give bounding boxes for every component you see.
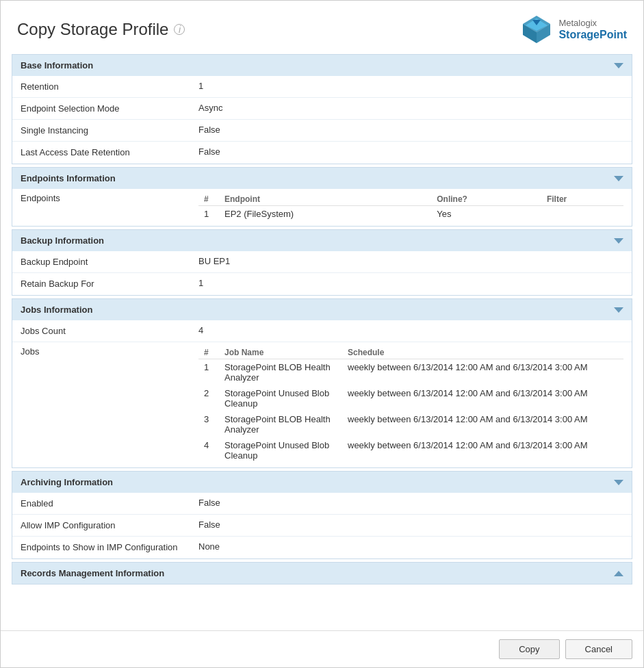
endpoints-table: # Endpoint Online? Filter 1 EP2 (FileSys… [198,193,623,222]
section-title-records-management: Records Management Information [21,568,164,578]
content-area: Base Information Retention 1 Endpoint Se… [1,54,643,630]
job-schedule-3: weekly between 6/13/2014 12:00 AM and 6/… [342,411,623,437]
row-endpoint-selection-mode: Endpoint Selection Mode Async [12,98,632,120]
label-endpoint-selection-mode: Endpoint Selection Mode [21,103,198,114]
jobs-table-area: # Job Name Schedule 1 StoragePoint BLOB … [198,346,623,463]
label-endpoints-show-imp: Endpoints to Show in IMP Configuration [21,541,198,552]
job-name-3: StoragePoint BLOB Health Analyzer [219,411,342,437]
job-name-1: StoragePoint BLOB Health Analyzer [219,359,342,386]
label-single-instancing: Single Instancing [21,125,198,136]
jobs-table: # Job Name Schedule 1 StoragePoint BLOB … [198,346,623,463]
job-name-4: StoragePoint Unused Blob Cleanup [219,437,342,463]
page-container: Copy Storage Profile i Metalogix Storage… [0,0,644,668]
section-header-backup-information[interactable]: Backup Information [12,230,632,251]
chevron-down-icon [614,238,623,244]
row-jobs-count: Jobs Count 4 [12,320,632,342]
section-header-archiving-information[interactable]: Archiving Information [12,472,632,493]
section-body-jobs-information: Jobs Count 4 Jobs # Job Name Schedule [12,320,632,467]
endpoint-row-1: 1 EP2 (FileSystem) Yes [198,206,623,222]
section-archiving-information: Archiving Information Enabled False Allo… [12,471,632,559]
job-row-2: 2 StoragePoint Unused Blob Cleanup weekl… [198,385,623,411]
section-header-endpoints-information[interactable]: Endpoints Information [12,168,632,189]
label-endpoints: Endpoints [21,193,198,203]
row-retention: Retention 1 [12,76,632,98]
cancel-button[interactable]: Cancel [565,639,632,659]
section-endpoints-information: Endpoints Information Endpoints # Endpoi… [12,167,632,227]
job-schedule-2: weekly between 6/13/2014 12:00 AM and 6/… [342,385,623,411]
job-name-2: StoragePoint Unused Blob Cleanup [219,385,342,411]
label-jobs-count: Jobs Count [21,325,198,336]
endpoint-online-1: Yes [431,206,541,222]
value-retain-backup-for: 1 [198,278,623,288]
job-num-4: 4 [198,437,219,463]
section-base-information: Base Information Retention 1 Endpoint Se… [12,54,632,164]
section-body-endpoints-information: Endpoints # Endpoint Online? Filter [12,189,632,226]
footer: Copy Cancel [1,630,643,667]
label-allow-imp: Allow IMP Configuration [21,519,198,530]
row-retain-backup-for: Retain Backup For 1 [12,273,632,295]
label-jobs: Jobs [21,346,198,357]
endpoints-table-area: # Endpoint Online? Filter 1 EP2 (FileSys… [198,193,623,222]
info-icon[interactable]: i [174,24,185,35]
product-name: StoragePoint [558,28,627,41]
section-title-endpoints-information: Endpoints Information [21,173,116,183]
brand-name: Metalogix [558,18,627,29]
section-jobs-information: Jobs Information Jobs Count 4 Jobs # [12,298,632,468]
value-allow-imp: False [198,519,623,530]
label-last-access-date-retention: Last Access Date Retention [21,146,198,157]
copy-button[interactable]: Copy [499,639,559,659]
section-body-archiving-information: Enabled False Allow IMP Configuration Fa… [12,493,632,558]
section-backup-information: Backup Information Backup Endpoint BU EP… [12,229,632,296]
value-retention: 1 [198,81,623,91]
section-records-management-information: Records Management Information [12,562,632,584]
jobs-row: Jobs # Job Name Schedule [12,342,632,467]
chevron-down-icon [614,307,623,313]
endpoints-row: Endpoints # Endpoint Online? Filter [12,189,632,226]
logo-area: Metalogix StoragePoint [520,13,627,46]
logo-text: Metalogix StoragePoint [558,18,627,42]
row-single-instancing: Single Instancing False [12,120,632,142]
page-title: Copy Storage Profile i [17,20,185,39]
chevron-down-icon [614,63,623,68]
section-title-base-information: Base Information [21,60,93,70]
col-header-job-num: # [198,346,219,359]
job-row-4: 4 StoragePoint Unused Blob Cleanup weekl… [198,437,623,463]
endpoint-name-1: EP2 (FileSystem) [219,206,431,222]
value-last-access-date-retention: False [198,146,623,157]
endpoint-num-1: 1 [198,206,219,222]
header: Copy Storage Profile i Metalogix Storage… [1,1,643,54]
col-header-job-schedule: Schedule [342,346,623,359]
col-header-filter: Filter [541,193,623,206]
section-header-records-management[interactable]: Records Management Information [12,563,632,584]
section-title-archiving-information: Archiving Information [21,477,113,487]
section-header-base-information[interactable]: Base Information [12,55,632,76]
job-num-2: 2 [198,385,219,411]
metalogix-logo-icon [520,13,553,46]
job-num-3: 3 [198,411,219,437]
value-enabled: False [198,498,623,508]
chevron-up-icon [614,571,623,576]
section-header-jobs-information[interactable]: Jobs Information [12,299,632,320]
col-header-online: Online? [431,193,541,206]
job-schedule-1: weekly between 6/13/2014 12:00 AM and 6/… [342,359,623,386]
value-single-instancing: False [198,125,623,135]
chevron-down-icon [614,480,623,485]
job-num-1: 1 [198,359,219,386]
col-header-job-name: Job Name [219,346,342,359]
section-body-base-information: Retention 1 Endpoint Selection Mode Asyn… [12,76,632,164]
row-allow-imp: Allow IMP Configuration False [12,515,632,537]
job-schedule-4: weekly between 6/13/2014 12:00 AM and 6/… [342,437,623,463]
value-endpoints-show-imp: None [198,541,623,552]
label-retain-backup-for: Retain Backup For [21,278,198,289]
endpoint-filter-1 [541,206,623,222]
row-last-access-date-retention: Last Access Date Retention False [12,142,632,164]
col-header-num: # [198,193,219,206]
section-title-backup-information: Backup Information [21,235,104,246]
label-backup-endpoint: Backup Endpoint [21,256,198,267]
value-jobs-count: 4 [198,325,623,335]
row-endpoints-show-imp: Endpoints to Show in IMP Configuration N… [12,537,632,558]
job-row-3: 3 StoragePoint BLOB Health Analyzer week… [198,411,623,437]
chevron-down-icon [614,176,623,181]
row-backup-endpoint: Backup Endpoint BU EP1 [12,251,632,273]
value-endpoint-selection-mode: Async [198,103,623,113]
